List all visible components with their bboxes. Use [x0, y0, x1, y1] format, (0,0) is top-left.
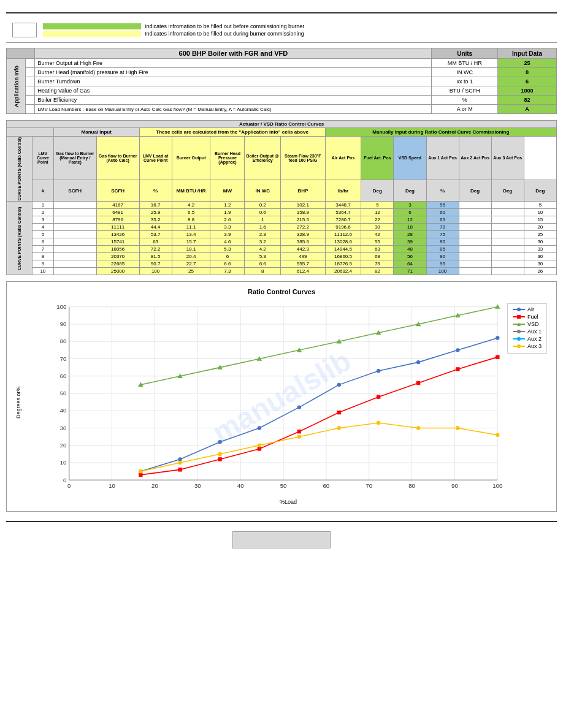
legend-air: Air	[513, 306, 542, 313]
svg-text:0: 0	[67, 482, 71, 489]
svg-text:60: 60	[60, 373, 67, 379]
svg-point-49	[258, 427, 261, 430]
table-cell: 26	[524, 268, 556, 275]
table-cell: 64	[394, 260, 426, 268]
table-cell: 3.3	[210, 224, 245, 231]
table-cell: 10	[32, 268, 53, 275]
unit-lmv: #	[32, 180, 53, 201]
table-cell: 6	[394, 209, 426, 216]
table-cell: 1.2	[210, 202, 245, 209]
divider-line	[6, 42, 557, 43]
svg-point-51	[337, 383, 341, 387]
legend-text-yellow: Indicates infromation to be filled out d…	[145, 31, 304, 37]
chart-legend: Air Fuel VSD Aux 1 Aux 2	[507, 303, 547, 354]
table-cell: 4.2	[172, 202, 210, 209]
svg-point-83	[416, 427, 420, 430]
table-cell: 8.8	[172, 216, 210, 224]
table-row: 51342653.713.43.92.3328.911112.642287525	[7, 231, 557, 238]
svg-text:20: 20	[60, 442, 67, 449]
legend-text-green: Indicates infromation to be filled out b…	[145, 23, 304, 29]
table-cell: 18056	[96, 246, 139, 253]
table-cell: 20	[524, 224, 556, 231]
table-cell: 63	[361, 246, 394, 253]
app-row-5-units: A or M	[432, 105, 498, 114]
col-burner-out: Burner Output	[172, 137, 210, 180]
table-cell: 328.9	[281, 231, 326, 238]
table-cell: 68	[361, 253, 394, 260]
svg-rect-57	[178, 468, 182, 472]
app-row-4-value: 82	[498, 96, 557, 105]
table-cell: 56	[394, 253, 426, 260]
legend-color-green	[43, 23, 141, 29]
table-cell: 25000	[96, 268, 139, 275]
table-cell	[491, 238, 524, 246]
table-cell: 22	[361, 216, 394, 224]
table-cell: 5364.7	[325, 209, 361, 216]
svg-point-55	[496, 336, 499, 340]
table-cell: 60	[426, 209, 459, 216]
app-row-2-units: xx to 1	[432, 77, 498, 86]
table-cell: 12	[361, 209, 394, 216]
unit-air-act: Deg	[361, 180, 394, 201]
bottom-button[interactable]	[232, 531, 331, 548]
app-row-5-space	[26, 105, 35, 114]
unit-fuel-act: Deg	[394, 180, 426, 201]
bottom-border	[6, 521, 557, 522]
ratio-title: Actuator / VSD Ratio Control Curves	[7, 121, 557, 128]
table-cell: 7.3	[210, 268, 245, 275]
app-row-2: Burner Turndown xx to 1 6	[7, 77, 557, 86]
table-cell: 8	[245, 268, 281, 275]
svg-rect-63	[416, 381, 420, 385]
svg-point-54	[456, 348, 459, 352]
svg-point-78	[218, 452, 221, 456]
table-cell: 3.2	[245, 238, 281, 246]
col-aux2: Aux 2 Act Pos	[459, 137, 491, 180]
chart-title: Ratio Control Curves	[13, 288, 550, 295]
app-info-table: 600 BHP Boiler with FGR and VFD Units In…	[6, 48, 557, 114]
legend-vsd-label: VSD	[527, 321, 539, 327]
table-cell	[53, 209, 96, 216]
table-cell	[459, 238, 491, 246]
unit-aux1: Deg	[459, 180, 491, 201]
table-cell: 6	[210, 253, 245, 260]
col-headers-row: CURVE POINTS (Ratio Control) LMV Curve P…	[7, 137, 557, 180]
svg-point-79	[258, 444, 261, 447]
svg-text:90: 90	[60, 320, 67, 327]
svg-point-82	[377, 421, 380, 425]
table-cell: 22685	[96, 260, 139, 268]
svg-point-77	[178, 461, 182, 464]
table-cell	[491, 246, 524, 253]
svg-rect-61	[337, 411, 341, 414]
table-cell: 48	[394, 246, 426, 253]
table-cell: 30	[361, 224, 394, 231]
table-cell: 95	[426, 260, 459, 268]
unit-gas-auto: SCFH	[96, 180, 139, 201]
unit-aux2: Deg	[491, 180, 524, 201]
curve-points-label-col: CURVE POINTS (Ratio Control)	[7, 202, 33, 275]
col-aux1: Aux 1 Act Pos	[426, 137, 459, 180]
svg-point-80	[297, 435, 301, 439]
app-row-4-space	[26, 96, 35, 105]
svg-text:70: 70	[60, 355, 67, 362]
app-row-2-label: Burner Turndown	[35, 77, 432, 86]
app-row-5-label: LMV Load Numbers : Base on Manual Entry …	[35, 105, 432, 114]
table-cell: 7280.7	[325, 216, 361, 224]
table-cell: 6	[32, 238, 53, 246]
svg-text:30: 30	[194, 482, 201, 489]
svg-text:100: 100	[492, 482, 502, 489]
app-row-0-value: 25	[498, 59, 557, 68]
table-cell: 81.5	[139, 253, 172, 260]
unit-lmv-load: %	[139, 180, 172, 201]
svg-rect-89	[517, 315, 521, 319]
table-cell	[53, 231, 96, 238]
table-cell: 30	[524, 238, 556, 246]
table-cell	[491, 268, 524, 275]
table-cell: 11.1	[172, 224, 210, 231]
svg-point-85	[496, 433, 499, 437]
legend-aux3-label: Aux 3	[527, 343, 542, 349]
table-cell: 90.7	[139, 260, 172, 268]
table-row: 2648125.96.51.90.6158.85364.71266010	[7, 209, 557, 216]
app-row-3-units: BTU / SCFH	[432, 86, 498, 96]
svg-text:10: 10	[109, 482, 115, 489]
table-cell: 55	[361, 238, 394, 246]
